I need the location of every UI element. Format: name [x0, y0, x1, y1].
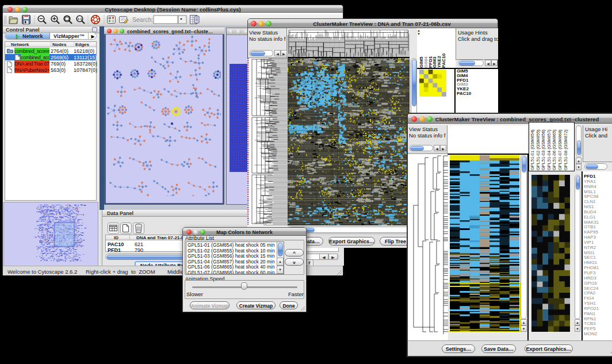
svg-text:1:1: 1:1: [78, 17, 82, 21]
svg-text:Search:: Search:: [132, 16, 153, 23]
